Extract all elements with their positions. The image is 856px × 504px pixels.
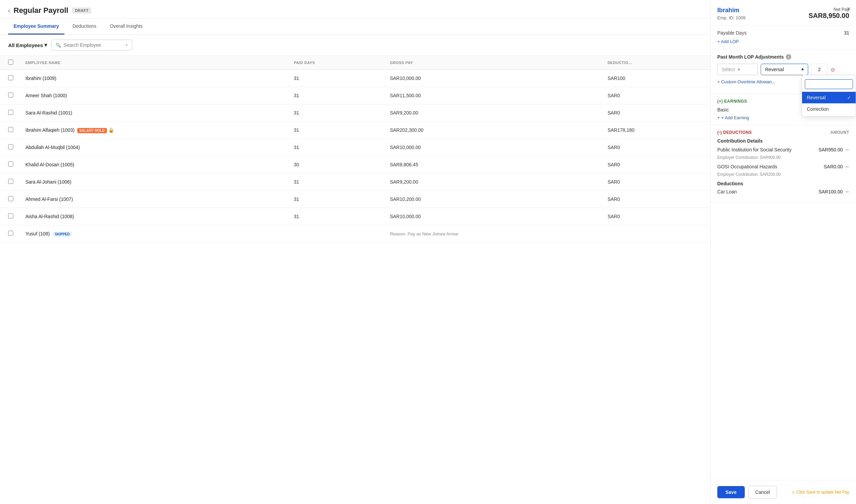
lock-icon: 🔒 <box>107 127 114 133</box>
deductions-cell <box>599 225 710 242</box>
panel-emp-id: Emp. ID: 1009 <box>717 15 746 20</box>
car-loan-label: Car Loan <box>717 189 737 194</box>
gosi-amount: SAR0.00 ✏ <box>824 164 849 169</box>
deductions-header: (-) DEDUCTIONS AMOUNT <box>717 130 849 135</box>
tab-deductions[interactable]: Deductions <box>67 19 102 35</box>
cancel-button[interactable]: Cancel <box>748 486 777 499</box>
toolbar: All Employees ▾ 🔍 ▾ <box>0 35 710 56</box>
panel-footer: Save Cancel ⚠ Click Save to update Net P… <box>711 480 856 504</box>
reversal-chevron-up-icon: ▾ <box>801 67 804 72</box>
table-row[interactable]: Sara Al-Rashid (1001)31SAR9,200.00SAR0 <box>0 104 710 122</box>
lop-controls: Select ▾ Reversal ▾ Reversal ✓ Correctio… <box>717 64 849 75</box>
search-chevron-icon: ▾ <box>126 43 128 48</box>
gross-pay-cell: SAR11,500.00 <box>382 87 600 104</box>
save-button[interactable]: Save <box>717 486 745 498</box>
car-loan-edit-icon[interactable]: ✏ <box>845 189 849 194</box>
add-lop-button[interactable]: + Add LOP <box>717 39 739 44</box>
table-row[interactable]: Yusuf (108)SKIPPEDReason: Pay as New Joi… <box>0 225 710 242</box>
col-employee-name: EMPLOYEE NAME <box>17 56 286 70</box>
employee-name: Abdullah Al-Muqbil (1004) <box>25 145 80 150</box>
row-checkbox[interactable] <box>8 110 13 115</box>
gross-pay-cell: SAR10,000.00 <box>382 208 600 225</box>
car-loan-amount: SAR100.00 ✏ <box>818 189 849 194</box>
close-panel-button[interactable]: × <box>847 5 851 13</box>
table-row[interactable]: Khalid Al-Dosari (1005)30SAR8,806.45SAR0 <box>0 156 710 174</box>
row-checkbox[interactable] <box>8 75 13 80</box>
col-paid-days: PAID DAYS <box>286 56 381 70</box>
back-button[interactable]: ‹ <box>8 7 10 14</box>
piss-row: Public Institution for Social Security S… <box>717 147 849 152</box>
lop-reversal-select[interactable]: Reversal ▾ Reversal ✓ Correction <box>761 64 808 75</box>
chevron-down-icon: ▾ <box>45 42 47 48</box>
gross-pay-cell: SAR8,806.45 <box>382 156 600 174</box>
table-row[interactable]: Aisha Al-Rashid (1008)31SAR10,000.00SAR0 <box>0 208 710 225</box>
paid-days-cell: 31 <box>286 87 381 104</box>
gross-pay-cell: SAR9,200.00 <box>382 104 600 122</box>
row-checkbox[interactable] <box>8 179 13 184</box>
select-all-checkbox[interactable] <box>8 60 13 65</box>
tab-employee-summary[interactable]: Employee Summary <box>8 19 65 35</box>
employee-name-cell: Khalid Al-Dosari (1005) <box>17 156 286 174</box>
panel-header: Ibrahim Emp. ID: 1009 Net Pay SAR8,950.0… <box>711 0 856 25</box>
search-input-wrap[interactable]: 🔍 ▾ <box>51 40 132 51</box>
employee-name: Khalid Al-Dosari (1005) <box>25 162 74 167</box>
dropdown-item-reversal[interactable]: Reversal ✓ <box>802 92 856 103</box>
employee-name: Sara Al-Rashid (1001) <box>25 110 72 115</box>
gosi-edit-icon[interactable]: ✏ <box>845 164 849 169</box>
add-earning-button[interactable]: + + Add Earning <box>717 115 749 120</box>
panel-net-pay-value: SAR8,950.00 <box>808 12 849 20</box>
row-checkbox[interactable] <box>8 92 13 97</box>
row-checkbox[interactable] <box>8 162 13 167</box>
deductions-cell: SAR0 <box>599 104 710 122</box>
earnings-title: (+) EARNINGS <box>717 99 747 104</box>
table-row[interactable]: Ameer Shah (1000)31SAR11,500.00SAR0 <box>0 87 710 104</box>
row-checkbox[interactable] <box>8 231 13 236</box>
col-gross-pay: GROSS PAY <box>382 56 600 70</box>
payable-days-value: 31 <box>844 30 849 36</box>
search-input[interactable] <box>64 42 123 48</box>
paid-days-cell: 31 <box>286 174 381 191</box>
lop-type-select[interactable]: Select ▾ <box>717 64 758 75</box>
deductions-cell: SAR0 <box>599 191 710 208</box>
col-checkbox <box>0 56 17 70</box>
lop-info-icon[interactable]: i <box>786 54 791 60</box>
paid-days-cell: 31 <box>286 104 381 122</box>
payable-days-section: Payable Days 31 + Add LOP <box>711 25 856 50</box>
piss-edit-icon[interactable]: ✏ <box>845 147 849 152</box>
paid-days-cell: 31 <box>286 191 381 208</box>
table-row[interactable]: Ibrahim (1009)31SAR10,000.00SAR100 <box>0 70 710 87</box>
table-row[interactable]: Sara Al-Johani (1006)31SAR9,200.00SAR0 <box>0 174 710 191</box>
row-checkbox[interactable] <box>8 196 13 201</box>
employee-name-cell: Abdullah Al-Muqbil (1004) <box>17 139 286 156</box>
skipped-badge: SKIPPED <box>53 232 72 237</box>
row-checkbox[interactable] <box>8 127 13 132</box>
row-checkbox[interactable] <box>8 213 13 218</box>
lop-section: Past Month LOP Adjustments i Select ▾ Re… <box>711 50 856 94</box>
gosi-employer-contribution: Employer Contribution: SAR200.00 <box>717 172 849 177</box>
employee-name: Sara Al-Johani (1006) <box>25 179 71 185</box>
row-checkbox[interactable] <box>8 144 13 149</box>
gosi-label: GOSI Occupational Hazards <box>717 164 777 169</box>
reversal-label: Reversal <box>765 67 784 72</box>
tab-overall-insights[interactable]: Overall Insights <box>104 19 148 35</box>
deductions-cell: SAR0 <box>599 174 710 191</box>
deductions-cell: SAR100 <box>599 70 710 87</box>
dropdown-item-correction[interactable]: Correction <box>802 103 856 115</box>
dropdown-search-input[interactable] <box>805 79 853 89</box>
employee-name-cell: Ameer Shah (1000) <box>17 87 286 104</box>
all-employees-button[interactable]: All Employees ▾ <box>8 42 47 48</box>
page-header: ‹ Regular Payroll DRAFT <box>0 0 710 19</box>
delete-lop-icon[interactable]: ⊖ <box>831 66 835 73</box>
deductions-cell: SAR0 <box>599 156 710 174</box>
deductions-cell: SAR178,180 <box>599 122 710 139</box>
paid-days-cell: 31 <box>286 139 381 156</box>
employee-detail-panel: Ibrahim Emp. ID: 1009 Net Pay SAR8,950.0… <box>710 0 856 504</box>
employee-name-cell: Aisha Al-Rashid (1008) <box>17 208 286 225</box>
main-area: ‹ Regular Payroll DRAFT Employee Summary… <box>0 0 710 504</box>
custom-overtime-button[interactable]: + Custom Overtime Allowan... <box>717 79 776 84</box>
table-row[interactable]: Ibrahim Alfaqieh (1003)SALARY HOLD 🔒31SA… <box>0 122 710 139</box>
salary-hold-badge: SALARY HOLD <box>77 128 107 133</box>
table-row[interactable]: Ahmed Al-Farsi (1007)31SAR10,200.00SAR0 <box>0 191 710 208</box>
employee-name: Ahmed Al-Farsi (1007) <box>25 196 73 202</box>
table-row[interactable]: Abdullah Al-Muqbil (1004)31SAR10,000.00S… <box>0 139 710 156</box>
